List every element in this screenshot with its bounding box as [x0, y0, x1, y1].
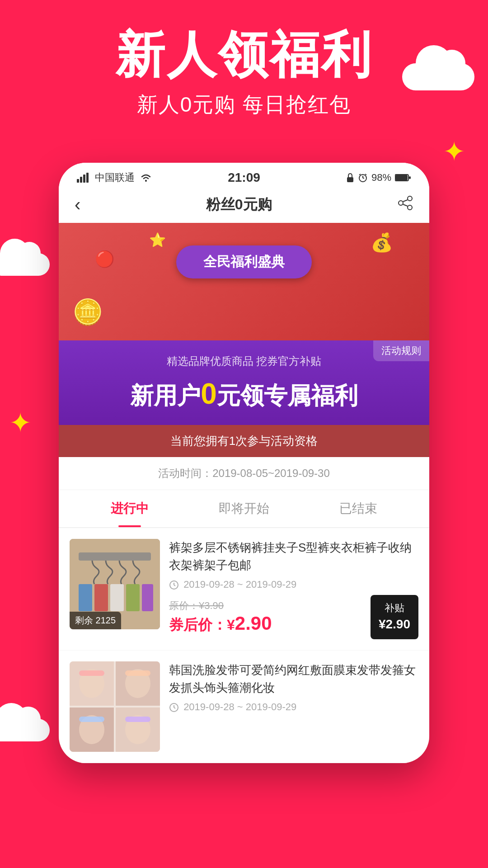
svg-point-16: [408, 205, 412, 210]
product-item[interactable]: 剩余 2125 裤架多层不锈钢裤挂夹子S型裤夹衣柜裤子收纳衣架裤架子包邮 201…: [59, 528, 429, 651]
product-date-2: 2019-09-28 ~ 2019-09-29: [169, 701, 418, 713]
subsidy-label-1: 补贴: [379, 601, 410, 615]
coin-deco: 🪙: [72, 297, 103, 327]
red-deco: 🔴: [95, 250, 115, 269]
svg-rect-13: [409, 176, 411, 179]
product-date-1: 2019-09-28 ~ 2019-09-29: [169, 579, 418, 590]
remaining-badge: 剩余 2125: [70, 612, 121, 629]
svg-rect-3: [86, 173, 89, 183]
face-img: [70, 661, 160, 752]
share-button[interactable]: [397, 195, 413, 215]
svg-rect-21: [79, 584, 92, 611]
badge-text: 全民福利盛典: [176, 245, 312, 278]
tabs-row: 进行中 即将开始 已结束: [59, 490, 429, 528]
svg-point-4: [145, 180, 147, 182]
svg-rect-12: [395, 175, 408, 180]
svg-line-17: [403, 200, 408, 202]
svg-rect-25: [142, 584, 153, 611]
sparkle-icon-1: ✦: [443, 136, 465, 167]
tab-coming-soon[interactable]: 即将开始: [187, 490, 301, 527]
price-num-1: 2.90: [235, 613, 272, 634]
product-image-1: 剩余 2125: [70, 539, 160, 629]
svg-line-10: [365, 174, 366, 175]
svg-rect-41: [125, 717, 150, 722]
clock-icon: [169, 580, 179, 590]
product-info-2: 韩国洗脸发带可爱简约网红敷面膜束发带发箍女发抓头饰头箍潮化妆 2019-09-2…: [169, 661, 418, 752]
svg-rect-1: [80, 177, 82, 183]
svg-rect-40: [79, 717, 104, 722]
gold-deco: 💰: [371, 232, 393, 253]
status-bar: 中国联通 21:09 98%: [59, 163, 429, 189]
battery-icon: [395, 174, 411, 182]
remaining-label: 剩余 2125: [75, 615, 116, 625]
date-range: 2019-08-05~2019-09-30: [212, 467, 330, 479]
purple-badge: 全民福利盛典: [176, 245, 312, 278]
hero-section: 新人领福利 新人0元购 每日抢红包: [0, 0, 488, 119]
banner-area: 🪙 💰 🔴 ⭐ 全民福利盛典 活动规则 精选品牌优质商品 挖券官方补贴 新用户0…: [59, 223, 429, 763]
product-price-row-1: 原价：¥3.90 券后价：¥2.90 补贴 ¥2.90: [169, 595, 418, 639]
svg-line-44: [174, 708, 175, 708]
alarm-icon: [358, 173, 368, 183]
nav-title: 粉丝0元购: [206, 195, 272, 215]
activity-rules-btn[interactable]: 活动规则: [373, 340, 429, 361]
svg-rect-0: [77, 179, 79, 183]
wifi-icon: [140, 173, 152, 182]
svg-line-9: [359, 174, 361, 175]
banner-subtitle: 精选品牌优质商品 挖券官方补贴: [72, 354, 416, 368]
tab-in-progress[interactable]: 进行中: [72, 490, 187, 527]
svg-rect-2: [83, 175, 85, 183]
product-info-1: 裤架多层不锈钢裤挂夹子S型裤夹衣柜裤子收纳衣架裤架子包邮 2019-09-28 …: [169, 539, 418, 639]
sparkle-icon-2: ✦: [9, 407, 32, 439]
product-item-2[interactable]: 韩国洗脸发带可爱简约网红敷面膜束发带发箍女发抓头饰头箍潮化妆 2019-09-2…: [59, 651, 429, 763]
svg-line-18: [403, 204, 408, 206]
current-price-1: 券后价：¥2.90: [169, 613, 272, 635]
product-list: 剩余 2125 裤架多层不锈钢裤挂夹子S型裤夹衣柜裤子收纳衣架裤架子包邮 201…: [59, 528, 429, 763]
clock-icon-2: [169, 703, 179, 712]
nav-bar: ‹ 粉丝0元购: [59, 189, 429, 223]
svg-rect-20: [79, 552, 151, 561]
cloud-bottom-left: [0, 719, 50, 741]
title-suffix: 元领专属福利: [217, 382, 358, 409]
date-label: 活动时间：: [158, 467, 212, 479]
svg-rect-38: [79, 670, 104, 676]
date-info: 活动时间：2019-08-05~2019-09-30: [59, 457, 429, 490]
status-time: 21:09: [228, 170, 260, 185]
purple-main-section: 活动规则 精选品牌优质商品 挖券官方补贴 新用户0元领专属福利: [59, 340, 429, 425]
product-image-2: [70, 661, 160, 752]
status-right: 98%: [346, 172, 411, 184]
product-title-2: 韩国洗脸发带可爱简约网红敷面膜束发带发箍女发抓头饰头箍潮化妆: [169, 661, 418, 697]
cloud-left: [0, 253, 50, 276]
banner-top: 🪙 💰 🔴 ⭐ 全民福利盛典: [59, 223, 429, 340]
banner-main-title: 新用户0元领专属福利: [72, 377, 416, 411]
svg-point-15: [399, 201, 403, 205]
svg-rect-39: [125, 670, 150, 676]
svg-rect-5: [347, 177, 353, 182]
subsidy-btn-1[interactable]: 补贴 ¥2.90: [371, 595, 418, 639]
back-button[interactable]: ‹: [75, 194, 80, 215]
info-bar: 当前您拥有1次参与活动资格: [59, 425, 429, 457]
lock-icon: [346, 173, 354, 183]
phone-mockup: 中国联通 21:09 98%: [59, 163, 429, 763]
svg-rect-23: [110, 584, 124, 611]
star-deco: ⭐: [149, 232, 166, 248]
svg-line-28: [174, 585, 175, 586]
battery-pct: 98%: [371, 172, 391, 184]
product-title-1: 裤架多层不锈钢裤挂夹子S型裤夹衣柜裤子收纳衣架裤架子包邮: [169, 539, 418, 574]
subsidy-price-1: ¥2.90: [379, 615, 410, 633]
hero-title: 新人领福利: [0, 27, 488, 82]
hero-subtitle: 新人0元购 每日抢红包: [0, 91, 488, 119]
carrier-label: 中国联通: [95, 171, 135, 184]
original-price-1: 原价：¥3.90: [169, 599, 272, 613]
title-prefix: 新用户: [130, 382, 201, 409]
title-zero: 0: [201, 377, 217, 410]
svg-point-14: [408, 196, 412, 201]
signal-icon: [77, 173, 89, 183]
svg-rect-24: [126, 584, 140, 611]
price-left-1: 原价：¥3.90 券后价：¥2.90: [169, 599, 272, 635]
tab-ended[interactable]: 已结束: [301, 490, 416, 527]
status-left: 中国联通: [77, 171, 152, 184]
svg-rect-22: [94, 584, 108, 611]
